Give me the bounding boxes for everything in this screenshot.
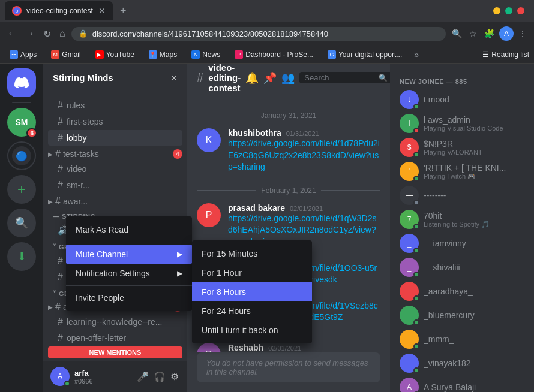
member-info: __iamvinny__ [424, 239, 524, 248]
server-badge-sm: 6 [26, 128, 37, 138]
member-name: _bluemercury [424, 310, 524, 320]
bookmark-gmail[interactable]: M Gmail [46, 49, 85, 60]
maximize-button[interactable] [505, 7, 512, 14]
minimize-button[interactable] [493, 7, 500, 14]
member-rittik[interactable]: ' 'R!TTIK + [ THE KNI... Playing Twitch … [395, 159, 529, 183]
download-button[interactable]: ⬇ [7, 242, 36, 271]
server-icon-discord[interactable] [7, 68, 36, 97]
message-link[interactable]: https://drive.google.com/file/d/1d78Pdu2… [228, 138, 380, 171]
member-t-mood[interactable]: t t mood [395, 88, 529, 111]
reload-button[interactable]: ↻ [41, 26, 53, 42]
bookmark-google[interactable]: G Your digital opport... [323, 49, 407, 60]
back-button[interactable]: ← [5, 26, 19, 41]
member-activity: Playing Twitch 🎮 [424, 173, 524, 180]
member-aws-admin[interactable]: l l aws_admin Playing Visual Studio Code [395, 111, 529, 135]
status-online [413, 104, 419, 110]
tab-close-button[interactable]: ✕ [98, 6, 106, 16]
context-menu-notification-settings[interactable]: Notification Settings ▶ [66, 264, 192, 283]
headphones-icon[interactable]: 🎧 [152, 370, 167, 384]
channel-open-offer[interactable]: # open-offer-letter [48, 330, 182, 344]
member-70hit[interactable]: 7 70hit Listening to Spotify 🎵 [395, 207, 529, 231]
channel-name-sm-r: sm-r... [67, 180, 178, 190]
folder-triangle-icon: ▶ [48, 304, 53, 310]
channel-first-steps[interactable]: # first-steps [48, 114, 182, 129]
channel-folder-awar[interactable]: ▶ # awar... [43, 194, 187, 208]
server-header[interactable]: Stirring Minds ✕ [43, 64, 187, 92]
member-info: _mmm_ [424, 334, 524, 344]
forward-button[interactable]: → [23, 26, 37, 41]
submenu-until-turn-off[interactable]: Until I turn it back on [192, 321, 312, 340]
lock-icon: 🔒 [79, 29, 88, 38]
members-icon[interactable]: 👥 [281, 71, 295, 85]
settings-icon[interactable]: ⚙ [169, 370, 180, 384]
member-aaradhaya[interactable]: _ _aaradhaya_ [395, 279, 529, 303]
bookmark-dashboard[interactable]: P Dashboard - ProSe... [230, 49, 318, 60]
status-online [413, 152, 419, 158]
mute-channel-submenu[interactable]: For 15 Minutes For 1 Hour For 8 Hours Fo… [192, 240, 312, 343]
search-icon[interactable]: 🔍 [449, 26, 464, 41]
add-server-button[interactable]: + [7, 175, 36, 204]
bell-icon[interactable]: 🔔 [245, 71, 259, 85]
channel-folder-test-tasks[interactable]: ▶ # test-tasks 4 [43, 146, 187, 161]
message-author: prasad bakare [228, 203, 285, 213]
bookmark-maps[interactable]: 📍 Maps [144, 49, 182, 60]
bookmark-youtube[interactable]: ▶ YouTube [91, 49, 139, 60]
star-icon[interactable]: ☆ [467, 26, 479, 41]
bookmark-apps[interactable]: ⚏ Apps [5, 49, 41, 60]
bookmarks-more-button[interactable]: » [412, 49, 421, 61]
new-mentions-button[interactable]: NEW MENTIONS [48, 346, 182, 358]
member-name: 'R!TTIK + [ THE KNI... [424, 163, 524, 173]
context-menu-invite-people[interactable]: Invite People [66, 288, 192, 307]
channel-sm-r[interactable]: # sm-r... [48, 177, 182, 193]
profile-button[interactable]: A [499, 26, 514, 41]
submenu-arrow-icon: ▶ [177, 269, 182, 278]
context-menu-mute-channel[interactable]: Mute Channel ▶ [66, 245, 192, 264]
submenu-15-minutes[interactable]: For 15 Minutes [192, 244, 312, 263]
channel-rules[interactable]: # rules [48, 98, 182, 113]
server-icon-circle[interactable]: 🔵 [7, 141, 36, 170]
pin-icon[interactable]: 📌 [263, 71, 277, 85]
channel-video[interactable]: # video [48, 161, 182, 177]
status-online [413, 272, 419, 278]
member-iamvinny[interactable]: _ __iamvinny__ [395, 231, 529, 255]
member-avatar-rittik: ' [400, 162, 419, 181]
member-name: 70hit [424, 211, 524, 221]
member-surya-balaji[interactable]: A A Surya Balaji [395, 375, 529, 392]
member-vinayak182[interactable]: _ _vinayak182 [395, 351, 529, 375]
member-info: 70hit Listening to Spotify 🎵 [424, 211, 524, 228]
submenu-8-hours[interactable]: For 8 Hours [192, 282, 312, 301]
member-shivaliii[interactable]: _ __shivaliii__ [395, 255, 529, 279]
close-button[interactable] [517, 7, 524, 14]
submenu-until-off-label: Until I turn it back on [202, 325, 278, 335]
message-header: khushibothra 01/31/2021 [228, 128, 380, 138]
search-input[interactable] [304, 73, 376, 82]
chat-search[interactable]: 🔍 [299, 72, 392, 83]
home-button[interactable]: ⌂ [57, 26, 68, 41]
members-sidebar: NEW JOINEE — 885 t t mood l l aws_admin … [390, 64, 534, 392]
active-tab[interactable]: D video-editing-contest ✕ [5, 1, 113, 20]
gmail-favicon: M [51, 50, 59, 59]
extensions-icon[interactable]: 🧩 [482, 26, 497, 41]
server-icon-sm[interactable]: SM 6 [7, 108, 36, 137]
new-tab-button[interactable]: + [115, 2, 131, 20]
submenu-24-hours[interactable]: For 24 Hours [192, 301, 312, 321]
avatar-khushibothra: K [197, 128, 221, 152]
hash-icon: # [58, 116, 63, 127]
date-divider-feb1: February 1, 2021 [197, 186, 380, 195]
submenu-1-hour[interactable]: For 1 Hour [192, 263, 312, 282]
channel-lobby[interactable]: # lobby [48, 130, 182, 146]
bookmark-news[interactable]: N News [187, 49, 225, 60]
reading-list-button[interactable]: ☰ Reading list [482, 50, 529, 59]
menu-icon[interactable]: ⋮ [516, 26, 529, 41]
context-menu-mark-as-read[interactable]: Mark As Read [66, 220, 192, 239]
microphone-icon[interactable]: 🎤 [136, 370, 150, 384]
member-bluemercury[interactable]: _ _bluemercury [395, 303, 529, 327]
member-mmm[interactable]: _ _mmm_ [395, 327, 529, 351]
member-divider-line: — -------- [395, 183, 529, 207]
channel-learning[interactable]: # learning--knowledge--re... [48, 314, 182, 330]
member-snip3r[interactable]: $ $N!P3R Playing VALORANT [395, 135, 529, 159]
status-dnd [413, 128, 419, 134]
context-menu[interactable]: Mark As Read Mute Channel ▶ Notification… [66, 216, 192, 311]
address-bar[interactable]: 🔒 discord.com/channels/41961710584410932… [71, 27, 446, 41]
explore-servers-button[interactable]: 🔍 [7, 209, 36, 237]
